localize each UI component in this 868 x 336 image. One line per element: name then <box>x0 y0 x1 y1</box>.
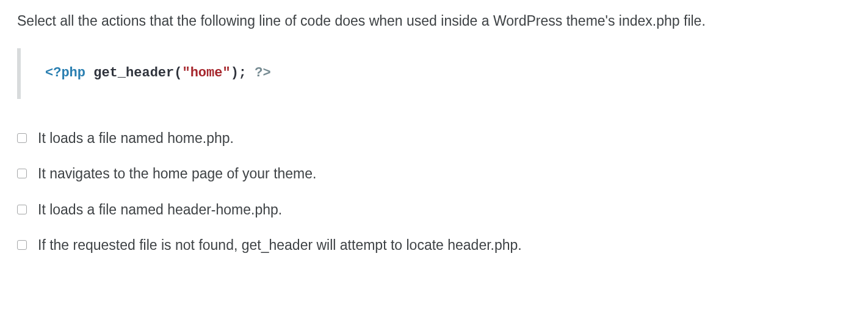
option-row[interactable]: It loads a file named header-home.php. <box>17 200 851 219</box>
function-name: get_header <box>93 65 174 81</box>
option-checkbox-0[interactable] <box>17 133 27 143</box>
options-list: It loads a file named home.php. It navig… <box>17 128 851 255</box>
option-checkbox-3[interactable] <box>17 240 27 250</box>
code-block: <?php get_header("home"); ?> <box>17 48 851 99</box>
option-checkbox-2[interactable] <box>17 205 27 214</box>
paren-close-semi: ); <box>231 65 255 81</box>
option-label: If the requested file is not found, get_… <box>38 235 522 255</box>
option-row[interactable]: If the requested file is not found, get_… <box>17 235 851 255</box>
option-label: It loads a file named home.php. <box>38 128 234 148</box>
option-row[interactable]: It navigates to the home page of your th… <box>17 164 851 183</box>
option-label: It loads a file named header-home.php. <box>38 200 282 219</box>
paren-open: ( <box>174 65 182 81</box>
option-checkbox-1[interactable] <box>17 169 27 178</box>
php-close-tag: ?> <box>255 65 270 81</box>
php-open-tag: <?php <box>45 65 85 81</box>
option-label: It navigates to the home page of your th… <box>38 164 316 183</box>
option-row[interactable]: It loads a file named home.php. <box>17 128 851 148</box>
string-literal: "home" <box>182 65 230 81</box>
question-text: Select all the actions that the followin… <box>17 11 851 31</box>
